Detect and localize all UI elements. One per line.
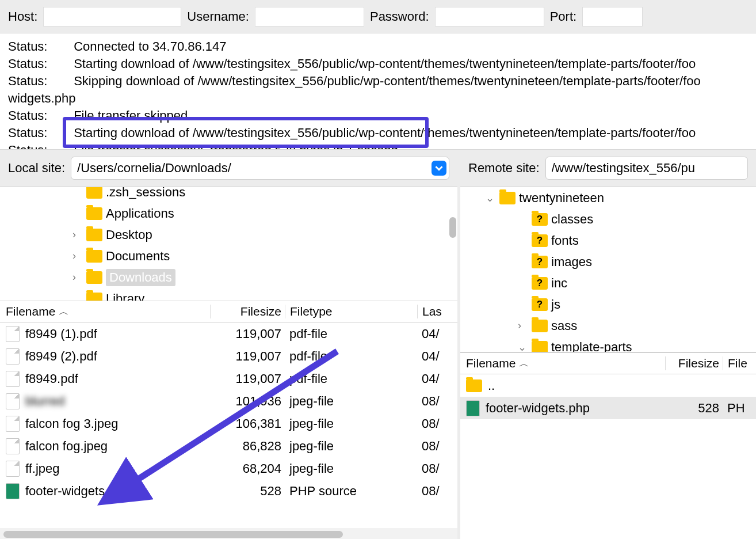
sort-asc-icon: ︿: [59, 305, 69, 318]
password-label: Password:: [370, 9, 429, 24]
tree-item[interactable]: fonts: [460, 230, 756, 251]
local-site-label: Local site:: [8, 161, 65, 176]
local-pane: Local site: /Users/cornelia/Downloads/ ›…: [0, 150, 460, 539]
connection-bar: Host: Username: Password: Port:: [0, 0, 756, 33]
remote-path-combo[interactable]: /www/testingsitex_556/pu: [545, 157, 749, 180]
file-icon: [466, 400, 480, 416]
folder-icon: [532, 320, 548, 332]
file-icon: [6, 438, 20, 454]
file-icon: [6, 461, 20, 477]
tree-item[interactable]: classes: [460, 208, 756, 230]
chevron-right-icon: ›: [72, 229, 83, 241]
file-row[interactable]: footer-widgets.php528PHP source08/: [0, 480, 457, 502]
host-input[interactable]: [43, 7, 181, 26]
h-scrollbar[interactable]: [0, 529, 457, 539]
file-icon: [6, 348, 20, 365]
local-tree[interactable]: ›.zsh_sessions›Applications›Desktop›Docu…: [0, 187, 457, 301]
remote-file-header[interactable]: Filename︿ Filesize File: [460, 352, 756, 374]
local-path-combo[interactable]: /Users/cornelia/Downloads/: [71, 157, 449, 180]
folder-icon: [532, 213, 548, 226]
folder-icon: [532, 234, 548, 247]
file-row[interactable]: falcon fog.jpeg86,828jpeg-file08/: [0, 435, 457, 457]
folder-icon: [532, 256, 548, 268]
tree-item[interactable]: inc: [460, 272, 756, 294]
tree-item[interactable]: ›Library: [0, 288, 457, 301]
file-row[interactable]: f8949 (2).pdf119,007pdf-file04/: [0, 345, 457, 367]
folder-up-icon: [466, 379, 482, 392]
tree-item[interactable]: js: [460, 294, 756, 315]
folder-icon: [499, 192, 516, 204]
remote-pane: Remote site: /www/testingsitex_556/pu ⌄t…: [460, 150, 756, 539]
file-row[interactable]: falcon fog 3.jpeg106,381jpeg-file08/: [0, 412, 457, 435]
chevron-icon: ⌄: [486, 192, 496, 204]
tree-item[interactable]: ›Downloads: [0, 267, 457, 288]
folder-icon: [532, 277, 548, 290]
file-row[interactable]: ..: [460, 374, 756, 397]
port-input[interactable]: [582, 7, 643, 26]
tree-item[interactable]: ⌄twentynineteen: [460, 187, 756, 208]
remote-tree[interactable]: ⌄twentynineteenclassesfontsimagesincjs›s…: [460, 187, 756, 352]
file-icon: [6, 326, 20, 342]
sort-asc-icon: ︿: [519, 356, 529, 370]
chevron-right-icon: ›: [72, 250, 83, 262]
tree-item[interactable]: ⌄template-parts: [460, 336, 756, 352]
folder-icon: [86, 229, 102, 241]
tree-item[interactable]: ›.zsh_sessions: [0, 187, 457, 203]
folder-icon: [86, 187, 102, 199]
transfer-log: Status: Connected to 34.70.86.147 Status…: [0, 33, 756, 150]
file-icon: [6, 371, 20, 387]
dropdown-icon[interactable]: [432, 161, 446, 176]
scrollbar-thumb[interactable]: [449, 217, 456, 238]
local-file-header[interactable]: Filename︿ Filesize Filetype Las: [0, 301, 457, 322]
tree-item[interactable]: ›sass: [460, 315, 756, 336]
file-icon: [6, 393, 20, 409]
username-input[interactable]: [255, 7, 364, 26]
folder-icon: [86, 271, 102, 284]
port-label: Port:: [550, 9, 576, 24]
folder-icon: [532, 341, 548, 353]
file-row[interactable]: f8949.pdf119,007pdf-file04/: [0, 367, 457, 390]
folder-icon: [86, 293, 102, 302]
tree-item[interactable]: images: [460, 251, 756, 272]
file-row[interactable]: blurred101,936jpeg-file08/: [0, 390, 457, 412]
tree-item[interactable]: ›Applications: [0, 203, 457, 224]
username-label: Username:: [187, 9, 249, 24]
folder-icon: [86, 207, 102, 220]
tree-item[interactable]: ›Desktop: [0, 224, 457, 245]
local-file-list[interactable]: f8949 (1).pdf119,007pdf-file04/f8949 (2)…: [0, 322, 457, 529]
file-row[interactable]: f8949 (1).pdf119,007pdf-file04/: [0, 322, 457, 345]
chevron-icon: ›: [518, 320, 528, 332]
remote-site-label: Remote site:: [468, 161, 540, 176]
chevron-icon: ⌄: [518, 341, 528, 353]
file-row[interactable]: footer-widgets.php528PH: [460, 397, 756, 419]
file-icon: [6, 416, 20, 432]
file-icon: [6, 483, 20, 499]
file-row[interactable]: ff.jpeg68,204jpeg-file08/: [0, 457, 457, 480]
tree-item[interactable]: ›Documents: [0, 245, 457, 267]
host-label: Host:: [8, 9, 37, 24]
chevron-right-icon: ›: [72, 271, 83, 283]
folder-icon: [532, 298, 548, 311]
password-input[interactable]: [435, 7, 544, 26]
remote-file-list[interactable]: ..footer-widgets.php528PH: [460, 374, 756, 539]
folder-icon: [86, 250, 102, 263]
